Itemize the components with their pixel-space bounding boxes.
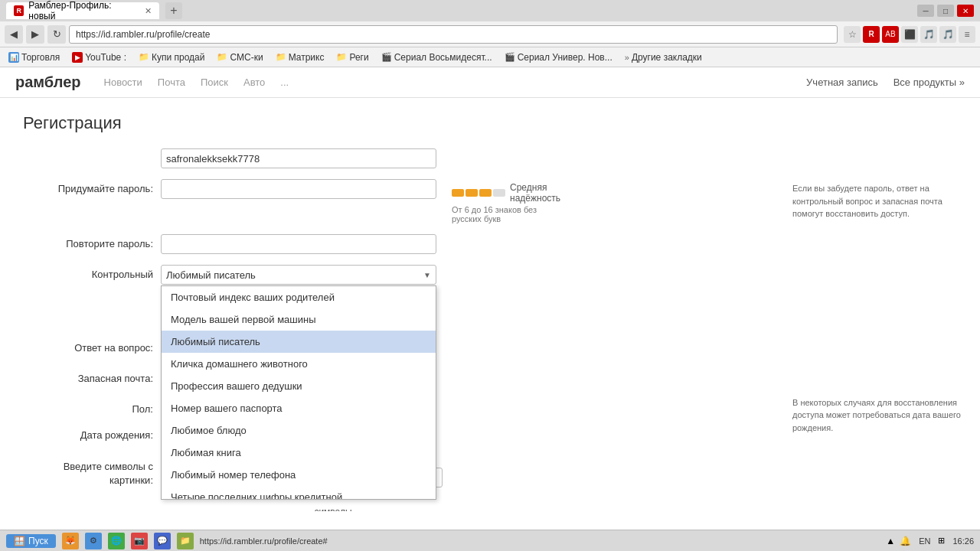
gender-label: Пол: <box>23 399 153 415</box>
account-link[interactable]: Учетная запись <box>806 77 878 88</box>
firefox-taskbar-icon[interactable]: 🦊 <box>62 533 79 549</box>
taskbar-icon-2[interactable]: ⚙ <box>85 533 102 549</box>
email-input[interactable] <box>161 148 436 168</box>
bookmark-label: YouTube : <box>85 52 126 63</box>
star-icon[interactable]: ☆ <box>844 26 861 43</box>
nav-item[interactable]: Новости <box>104 77 142 88</box>
address-bar[interactable]: https://id.rambler.ru/profile/create <box>69 25 838 44</box>
language-indicator[interactable]: EN <box>916 536 933 546</box>
control-question-select-wrapper: Любимый писатель ▼ Почтовый индекс ваших… <box>161 265 436 285</box>
start-label: Пуск <box>28 536 48 546</box>
dob-label: Дата рождения: <box>23 425 153 441</box>
password-left: Придумайте пароль: <box>23 179 436 199</box>
taskbar-icon-5[interactable]: 💬 <box>154 533 171 549</box>
answer-label: Ответ на вопрос: <box>23 338 153 354</box>
forward-button[interactable]: ▶ <box>26 25 44 44</box>
password-input[interactable] <box>161 179 436 199</box>
active-tab[interactable]: R Рамблер-Профиль: новый ✕ <box>6 2 159 19</box>
dropdown-item-4[interactable]: Профессия вашего дедушки <box>162 375 436 397</box>
tab-close-button[interactable]: ✕ <box>145 6 152 16</box>
backup-email-label: Запасная почта: <box>23 369 153 384</box>
rambler-logo[interactable]: рамблер <box>15 73 81 91</box>
toolbar-icons: ☆ R AB ⬛ 🎵 🎵 ≡ <box>844 26 975 43</box>
bookmark-label: Сериал Универ. Нов... <box>518 52 612 63</box>
close-button[interactable]: ✕ <box>957 5 974 17</box>
rambler-nav: Новости Почта Поиск Авто ... <box>104 77 807 88</box>
dropdown-item-2[interactable]: Любимый писатель <box>162 331 436 353</box>
nav-item[interactable]: Почта <box>158 77 185 88</box>
nav-item[interactable]: ... <box>280 77 289 88</box>
dropdown-item-8[interactable]: Любимый номер телефона <box>162 464 436 486</box>
tray-icon-1: ▲ <box>886 536 895 546</box>
dropdown-item-9[interactable]: Четыре последних цифры кредитной <box>162 486 436 500</box>
taskbar-icon-4[interactable]: 📷 <box>131 533 148 549</box>
main-layout: Регистрация Придумайте пароль: <box>0 98 980 511</box>
url-text: https://id.rambler.ru/profile/create <box>76 29 831 40</box>
control-question-select[interactable]: Любимый писатель ▼ <box>161 265 436 285</box>
nav-item[interactable]: Авто <box>243 77 265 88</box>
rambler-icon[interactable]: R <box>863 26 880 43</box>
maximize-button[interactable]: □ <box>937 5 954 17</box>
taskbar-icon-6[interactable]: 📁 <box>177 533 194 549</box>
dropdown-item-0[interactable]: Почтовый индекс ваших родителей <box>162 286 436 308</box>
bookmark-label: Другие закладки <box>632 52 702 63</box>
folder-icon: 🎬 <box>505 52 515 62</box>
dropdown-item-1[interactable]: Модель вашей первой машины <box>162 308 436 331</box>
dropdown-item-7[interactable]: Любимая книга <box>162 442 436 464</box>
nav-item[interactable]: Поиск <box>201 77 228 88</box>
bookmark-serial1[interactable]: 🎬 Сериал Восьмидесят... <box>377 51 496 64</box>
selected-option-text: Любимый писатель <box>166 269 256 281</box>
start-button[interactable]: 🪟 Пуск <box>6 534 56 548</box>
bookmark-youtube[interactable]: ▶ YouTube : <box>68 51 130 64</box>
confirm-password-input[interactable] <box>161 234 436 254</box>
adblock-icon[interactable]: AB <box>882 26 899 43</box>
folder-icon: 📁 <box>139 52 149 62</box>
minimize-button[interactable]: ─ <box>917 5 934 17</box>
extension-icon2[interactable]: 🎵 <box>920 26 937 43</box>
dropdown-item-3[interactable]: Кличка домашнего животного <box>162 353 436 375</box>
strength-seg-4 <box>493 189 505 197</box>
tab-favicon: R <box>14 5 24 16</box>
dropdown-arrow-icon: ▼ <box>423 271 431 279</box>
strength-label: Средняя надёжность <box>510 182 560 204</box>
tab-title: Рамблер-Профиль: новый <box>28 0 136 21</box>
folder-icon: 🎬 <box>381 52 392 62</box>
page-content: рамблер Новости Почта Поиск Авто ... Уче… <box>0 67 980 511</box>
taskbar-icon-3[interactable]: 🌐 <box>108 533 125 549</box>
bookmark-other[interactable]: » Другие закладки <box>621 51 706 64</box>
bookmark-matrix[interactable]: 📁 Матрикс <box>272 51 328 64</box>
bookmark-label: Сериал Восьмидесят... <box>394 52 492 63</box>
back-button[interactable]: ◀ <box>5 25 23 44</box>
refresh-button[interactable]: ↻ <box>47 25 66 44</box>
menu-icon[interactable]: ≡ <box>959 26 975 43</box>
bookmark-sms[interactable]: 📁 СМС-ки <box>213 51 266 64</box>
question-dropdown[interactable]: Почтовый индекс ваших родителей Модель в… <box>161 285 436 500</box>
header-right: Учетная запись Все продукты » <box>806 77 965 88</box>
registration-area: Регистрация Придумайте пароль: <box>0 98 536 511</box>
products-button[interactable]: Все продукты » <box>893 77 965 88</box>
extension-icon1[interactable]: ⬛ <box>901 26 918 43</box>
start-icon: 🪟 <box>14 536 25 546</box>
folder-icon: 📁 <box>336 52 347 62</box>
extension-icon3[interactable]: 🎵 <box>939 26 956 43</box>
bookmark-icon: 📊 <box>8 52 19 63</box>
email-field-wrapper <box>161 148 513 168</box>
bookmark-regi[interactable]: 📁 Реги <box>332 51 372 64</box>
dob-note: В некоторых случаях для восстановления д… <box>792 396 969 435</box>
title-bar: R Рамблер-Профиль: новый ✕ + ─ □ ✕ <box>0 0 980 21</box>
strength-seg-2 <box>466 189 478 197</box>
dropdown-item-5[interactable]: Номер вашего паспорта <box>162 397 436 419</box>
dropdown-item-6[interactable]: Любимое блюдо <box>162 419 436 442</box>
control-label: Контрольный <box>23 265 153 280</box>
bookmarks-bar: 📊 Торговля ▶ YouTube : 📁 Купи продай 📁 С… <box>0 47 980 67</box>
bookmark-label: Матрикс <box>289 52 325 63</box>
password-note-area: Если вы забудете пароль, ответ на контро… <box>792 182 969 220</box>
new-tab-button[interactable]: + <box>165 2 182 19</box>
bookmark-torgovlya[interactable]: 📊 Торговля <box>5 51 64 64</box>
captcha-label: Введите символы с картинки: <box>23 456 153 487</box>
left-column: Регистрация Придумайте пароль: <box>0 98 781 511</box>
bookmark-serial2[interactable]: 🎬 Сериал Универ. Нов... <box>501 51 616 64</box>
page-title: Регистрация <box>23 113 513 133</box>
bookmark-label: Реги <box>349 52 368 63</box>
bookmark-kupi[interactable]: 📁 Купи продай <box>135 51 209 64</box>
